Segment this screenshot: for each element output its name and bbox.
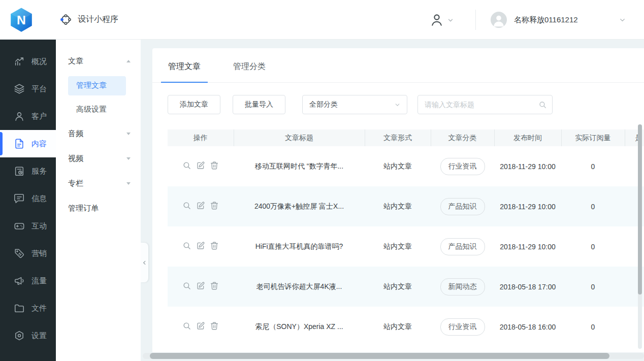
sidebar-item-overview[interactable]: 概况 (0, 48, 56, 75)
category-badge: 产品知识 (440, 198, 485, 215)
tab-bar: 管理文章 管理分类 (152, 48, 644, 83)
sidebar-item-content[interactable]: 内容 (0, 130, 56, 157)
delete-icon[interactable] (210, 161, 219, 170)
sidebar-item-platform[interactable]: 平台 (0, 75, 56, 103)
preview-icon[interactable] (182, 321, 191, 331)
horizontal-scrollbar-thumb[interactable] (150, 353, 609, 359)
article-title: 移动互联网时代 “数字青年... (234, 146, 365, 186)
table-row: 2400万像素+触控屏 富士X... 站内文章 产品知识 2018-11-29 … (168, 186, 644, 226)
delete-icon[interactable] (210, 201, 219, 210)
chevron-left-icon (142, 260, 147, 266)
gear-icon (14, 330, 25, 341)
delete-icon[interactable] (210, 321, 219, 331)
publish-time: 2018-11-29 10:00 (494, 146, 561, 186)
column-header: 文章分类 (431, 129, 494, 146)
edit-icon[interactable] (196, 241, 205, 250)
preview-icon[interactable] (182, 201, 191, 210)
article-title: HiFi直推大耳机真的靠谱吗? (234, 226, 365, 267)
secondary-sidebar: 文章 管理文章 高级设置 音频 视频 专栏 管理订单 (56, 40, 141, 361)
megaphone-icon (14, 275, 25, 286)
column-header: 文章标题 (234, 129, 365, 146)
search-icon (538, 101, 547, 109)
gamepad-icon (14, 220, 25, 232)
category-badge: 产品知识 (440, 238, 485, 255)
publish-time: 2018-05-18 17:00 (494, 267, 561, 307)
message-icon (14, 193, 25, 204)
account-chevron-down-icon[interactable] (619, 16, 626, 24)
folder-icon (14, 303, 25, 314)
articles-table: 操作文章标题文章形式文章分类发布时间实际订阅量是 (168, 129, 644, 347)
category-badge: 新闻动态 (440, 278, 485, 296)
category-select[interactable]: 全部分类 (302, 95, 407, 114)
submenu-item-column[interactable]: 专栏 (56, 171, 141, 196)
person-icon[interactable] (429, 12, 444, 28)
read-count: 0 (561, 186, 625, 226)
sidebar-item-files[interactable]: 文件 (0, 294, 56, 322)
delete-icon[interactable] (210, 281, 219, 290)
read-count: 0 (561, 146, 625, 186)
layers-icon (14, 83, 25, 94)
sidebar-item-customers[interactable]: 客户 (0, 103, 56, 130)
preview-icon[interactable] (182, 241, 191, 250)
avatar[interactable] (491, 12, 507, 28)
sidebar-item-interaction[interactable]: 互动 (0, 212, 56, 240)
category-badge: 行业资讯 (440, 318, 485, 336)
submenu-item-advanced-settings[interactable]: 高级设置 (56, 97, 141, 121)
caret-down-icon (126, 157, 131, 160)
top-header: N 设计小程序 名称释放01161212 (0, 0, 644, 40)
table-row: 索尼（SONY）Xperia XZ ... 站内文章 行业资讯 2018-05-… (168, 307, 644, 347)
category-select-value: 全部分类 (309, 100, 338, 109)
search-input[interactable] (417, 95, 553, 114)
table-row: 老司机告诉你超大屏4K液... 站内文章 新闻动态 2018-05-18 17:… (168, 267, 644, 307)
sidebar-item-traffic[interactable]: 流量 (0, 267, 56, 294)
caret-down-icon (126, 133, 131, 135)
article-title: 2400万像素+触控屏 富士X... (234, 186, 365, 226)
submenu-item-audio[interactable]: 音频 (56, 121, 141, 146)
tag-icon (14, 248, 25, 259)
column-header: 实际订阅量 (561, 129, 625, 146)
column-header: 文章形式 (365, 129, 431, 146)
primary-sidebar: 概况 平台 客户 内容 服务 信息 互动 营销 流量 文件 设置 (0, 40, 56, 361)
edit-icon[interactable] (196, 321, 205, 331)
app-title: 设计小程序 (78, 14, 118, 25)
tab-manage-articles[interactable]: 管理文章 (161, 48, 208, 83)
edit-icon[interactable] (196, 281, 205, 290)
header-divider (475, 10, 476, 30)
submenu-item-manage-orders[interactable]: 管理订单 (56, 196, 141, 221)
column-header: 发布时间 (494, 129, 561, 146)
preview-icon[interactable] (182, 161, 191, 170)
delete-icon[interactable] (210, 241, 219, 250)
edit-icon[interactable] (196, 201, 205, 210)
sidebar-item-settings[interactable]: 设置 (0, 322, 56, 349)
article-form: 站内文章 (365, 267, 431, 307)
article-title: 索尼（SONY）Xperia XZ ... (234, 307, 365, 347)
chevron-down-icon (394, 102, 401, 108)
batch-import-button[interactable]: 批量导入 (233, 95, 285, 114)
preview-icon[interactable] (182, 281, 191, 290)
vertical-scrollbar-thumb[interactable] (638, 124, 642, 294)
submenu-item-video[interactable]: 视频 (56, 146, 141, 171)
chevron-down-icon[interactable] (447, 17, 454, 24)
toolbar: 添加文章 批量导入 全部分类 (168, 95, 644, 114)
sidebar-item-services[interactable]: 服务 (0, 157, 56, 185)
document-icon (14, 138, 25, 149)
tab-manage-categories[interactable]: 管理分类 (226, 48, 273, 82)
sidebar-item-messages[interactable]: 信息 (0, 185, 56, 212)
submenu-item-manage-articles[interactable]: 管理文章 (56, 74, 141, 97)
article-form: 站内文章 (365, 186, 431, 226)
publish-time: 2018-05-18 16:00 (494, 307, 561, 347)
sidebar-collapse-handle[interactable] (141, 243, 148, 282)
submenu-item-articles[interactable]: 文章 (56, 49, 141, 74)
sidebar-item-marketing[interactable]: 营销 (0, 240, 56, 267)
content-card: 管理文章 管理分类 添加文章 批量导入 全部分类 操作文章标题文章形式文章分类发… (152, 48, 644, 352)
column-header: 操作 (168, 129, 234, 146)
caret-up-icon (126, 60, 131, 62)
service-icon (14, 166, 25, 177)
brand-logo: N (8, 6, 35, 34)
publish-time: 2018-11-29 10:00 (494, 186, 561, 226)
edit-icon[interactable] (196, 161, 205, 170)
table-row: HiFi直推大耳机真的靠谱吗? 站内文章 产品知识 2018-11-29 10:… (168, 226, 644, 267)
add-article-button[interactable]: 添加文章 (168, 95, 220, 114)
svg-text:N: N (17, 13, 26, 27)
chart-icon (14, 56, 25, 67)
